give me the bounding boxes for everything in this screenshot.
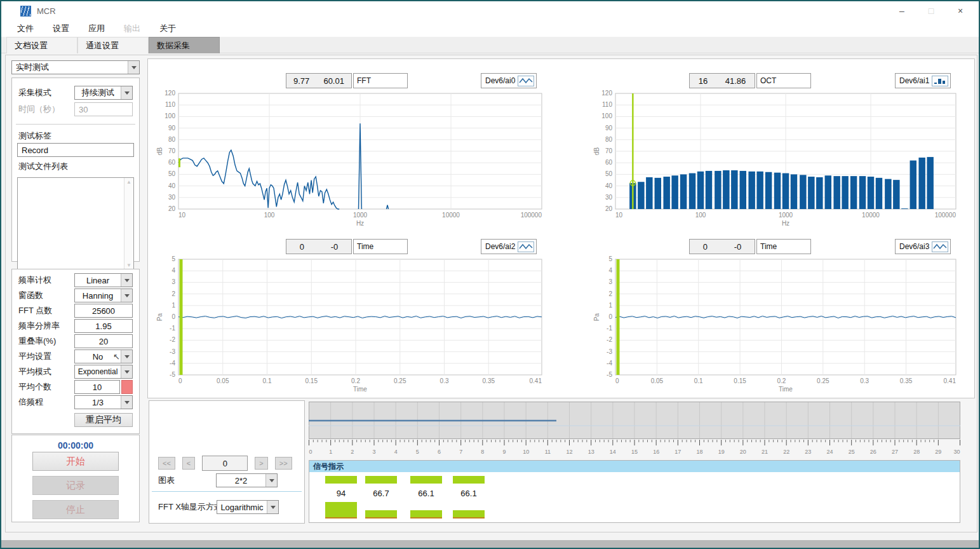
app-logo-icon <box>20 6 31 17</box>
fft-name-box[interactable]: FFT <box>353 73 408 88</box>
time2-chart[interactable]: -5-4-3-2-101234500.050.10.150.20.250.30.… <box>593 255 961 394</box>
svg-text:Time: Time <box>779 386 793 393</box>
svg-text:100: 100 <box>164 112 175 119</box>
overlap-input[interactable] <box>74 334 133 348</box>
minimize-icon[interactable]: – <box>887 1 916 20</box>
avg-count-input[interactable] <box>74 380 120 394</box>
svg-text:-3: -3 <box>607 348 612 355</box>
time2-name-box[interactable]: Time <box>756 239 811 254</box>
svg-text:20: 20 <box>168 205 176 212</box>
svg-text:23: 23 <box>805 449 811 455</box>
octave-select[interactable]: 1/3 <box>74 395 133 409</box>
tab-data-acquisition[interactable]: 数据采集 <box>149 37 220 53</box>
maximize-icon[interactable]: □ <box>916 1 946 20</box>
chevron-down-icon[interactable] <box>265 474 277 487</box>
svg-text:10000: 10000 <box>862 212 880 219</box>
fft-channel-box[interactable]: Dev6/ai0 <box>481 73 537 88</box>
signal-level-bar-top <box>410 476 442 484</box>
nav-prev-button[interactable]: < <box>182 457 195 470</box>
menu-about[interactable]: 关于 <box>150 20 185 37</box>
svg-text:20: 20 <box>740 449 746 455</box>
window-func-label: 窗函数 <box>18 290 43 301</box>
svg-text:120: 120 <box>164 90 175 97</box>
octave-label: 倍频程 <box>18 396 43 408</box>
oct-chart-cell: 1641.86 OCT Dev6/ai1 2030405060708090100… <box>593 73 961 229</box>
svg-text:16: 16 <box>653 449 659 455</box>
chevron-down-icon[interactable] <box>121 350 132 363</box>
test-mode-select[interactable]: 实时测试 <box>11 60 140 74</box>
time1-name-box[interactable]: Time <box>353 239 408 254</box>
acq-time-label: 时间（秒） <box>18 104 60 115</box>
start-button[interactable]: 开始 <box>32 452 119 471</box>
nav-next-button[interactable]: > <box>255 457 267 470</box>
freq-weighting-select[interactable]: Linear <box>74 273 133 287</box>
freq-resolution-input[interactable] <box>74 319 133 333</box>
scroll-up-icon[interactable]: ▲ <box>126 179 131 185</box>
svg-text:-5: -5 <box>170 371 175 378</box>
listbox-scrollbar[interactable]: ▲ ▼ <box>124 178 133 269</box>
svg-text:10: 10 <box>178 212 186 219</box>
fft-xaxis-mode-select[interactable]: Logarithmic <box>217 500 279 514</box>
svg-text:-1: -1 <box>170 325 175 332</box>
svg-text:0.25: 0.25 <box>394 377 406 384</box>
fft-chart[interactable]: 2030405060708090100110120101001000100001… <box>156 90 547 228</box>
acq-mode-select[interactable]: 持续测试 <box>74 86 133 100</box>
menu-output: 输出 <box>114 20 150 37</box>
svg-text:50: 50 <box>168 170 176 177</box>
scroll-down-icon[interactable]: ▼ <box>126 262 131 268</box>
tab-document-settings[interactable]: 文档设置 <box>6 37 77 53</box>
signal-channel-meter: 94 <box>325 476 357 518</box>
avg-mode-select[interactable]: Exponential <box>74 365 133 379</box>
svg-text:0: 0 <box>309 449 312 455</box>
svg-text:Hz: Hz <box>782 220 789 227</box>
avg-setting-select[interactable]: No <box>74 349 133 363</box>
chevron-down-icon[interactable] <box>267 501 278 513</box>
test-tag-input[interactable] <box>17 143 134 157</box>
recording-timeline[interactable]: 0123456789101112131415161718192021222324… <box>309 402 960 458</box>
menu-application[interactable]: 应用 <box>79 20 114 37</box>
svg-text:100000: 100000 <box>521 212 542 219</box>
chevron-down-icon[interactable] <box>121 86 132 99</box>
svg-text:10000: 10000 <box>442 212 460 219</box>
svg-text:0: 0 <box>178 377 182 384</box>
time1-chart[interactable]: -5-4-3-2-101234500.050.10.150.20.250.30.… <box>156 255 547 394</box>
time1-channel-box[interactable]: Dev6/ai2 <box>481 239 537 254</box>
svg-text:120: 120 <box>601 90 612 97</box>
svg-text:0.3: 0.3 <box>860 377 869 384</box>
svg-text:0.05: 0.05 <box>217 377 229 384</box>
window-func-select[interactable]: Hanning <box>74 288 133 302</box>
menu-file[interactable]: 文件 <box>8 20 43 37</box>
restart-average-button[interactable]: 重启平均 <box>74 413 133 427</box>
tab-channel-settings[interactable]: 通道设置 <box>77 37 149 53</box>
fft-points-input[interactable] <box>74 304 133 318</box>
freq-resolution-label: 频率分辨率 <box>18 320 60 332</box>
svg-text:100000: 100000 <box>935 212 957 219</box>
test-tag-label: 测试标签 <box>18 130 51 142</box>
svg-text:5: 5 <box>171 255 175 262</box>
chevron-down-icon[interactable] <box>121 289 132 302</box>
oct-channel-box[interactable]: Dev6/ai1 <box>895 73 951 88</box>
svg-text:24: 24 <box>826 449 833 455</box>
chevron-down-icon[interactable] <box>121 274 132 287</box>
svg-text:0.41: 0.41 <box>944 377 957 384</box>
svg-text:10: 10 <box>615 212 623 219</box>
test-file-listbox[interactable]: ▲ ▼ <box>17 177 134 270</box>
close-icon[interactable]: × <box>946 1 975 20</box>
nav-last-button[interactable]: >> <box>275 457 292 470</box>
chevron-down-icon[interactable] <box>128 61 139 74</box>
nav-first-button[interactable]: << <box>158 457 175 470</box>
display-controls-panel: << < 0 > >> 图表 2*2 FFT X轴显示方式 Logarithmi… <box>149 400 305 524</box>
menu-settings[interactable]: 设置 <box>43 20 79 37</box>
record-button: 记录 <box>32 476 119 495</box>
chevron-down-icon[interactable] <box>121 396 132 409</box>
nav-count-box[interactable]: 0 <box>202 456 248 471</box>
chart-layout-select[interactable]: 2*2 <box>216 473 278 487</box>
acq-mode-label: 采集模式 <box>18 87 51 98</box>
oct-chart[interactable]: 2030405060708090100110120101001000100001… <box>593 90 961 228</box>
oct-name-box[interactable]: OCT <box>756 73 811 88</box>
signal-level-value: 66.1 <box>410 489 442 498</box>
tab-bar: 文档设置 通道设置 数据采集 <box>1 37 979 53</box>
time2-channel-box[interactable]: Dev6/ai3 <box>895 239 951 254</box>
chevron-down-icon[interactable] <box>121 365 132 378</box>
svg-text:21: 21 <box>762 449 768 455</box>
